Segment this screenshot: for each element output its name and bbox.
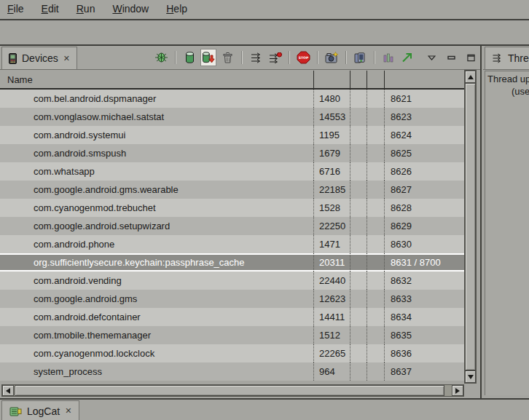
phone-icon [9,53,17,64]
client-name: org.sufficientlysecure.keychain:passphra… [0,253,313,272]
table-row[interactable]: com.bel.android.dspmanager14808621 [0,90,464,108]
scroll-up-button[interactable] [465,71,476,83]
client-port: 8635 [384,326,464,344]
dump-hprof-icon[interactable] [200,49,216,66]
client-port: 8630 [384,235,464,253]
debug-attach-icon[interactable] [153,49,169,66]
toolbar-separator [175,51,176,64]
table-row[interactable]: com.vonglasow.michael.satstat145538623 [0,108,464,126]
table-row[interactable]: com.google.android.gms126238633 [0,290,464,308]
column-header-blank-2[interactable] [367,71,384,88]
devices-toolbar: STOP [153,46,476,69]
client-cell-blank-1 [350,344,367,362]
client-pid: 1679 [313,144,350,162]
table-row[interactable]: com.tmobile.thememanager15128635 [0,326,464,344]
client-cell-blank-1 [350,308,367,326]
client-cell-blank-2 [367,362,384,381]
table-row[interactable]: com.cyanogenmod.lockclock222658636 [0,344,464,362]
table-row[interactable]: com.android.systemui11958624 [0,126,464,144]
client-name: com.google.android.gms [0,290,313,308]
toolbar-separator [289,51,289,64]
column-header-port[interactable] [384,71,464,88]
tab-devices-label: Devices [22,52,58,64]
table-row[interactable]: com.whatsapp67168626 [0,162,464,181]
client-pid: 1512 [313,326,350,344]
client-cell-blank-2 [367,326,384,344]
scroll-left-button[interactable] [2,385,14,396]
screen-capture-icon[interactable] [324,49,340,66]
method-profiling-bars-icon[interactable] [380,49,396,66]
client-cell-blank-1 [350,326,367,344]
table-row[interactable]: org.sufficientlysecure.keychain:passphra… [0,253,464,272]
view-menu-icon[interactable] [427,49,436,66]
table-row[interactable]: com.cyanogenmod.trebuchet15288628 [0,199,464,217]
client-pid: 1195 [313,126,350,144]
client-cell-blank-2 [367,90,384,108]
menu-run[interactable]: Run [77,3,95,15]
client-pid: 20311 [313,253,350,272]
vertical-scrollbar[interactable] [464,70,477,384]
device-screens-icon[interactable] [352,49,368,66]
client-port: 8624 [384,126,464,144]
column-header-pid[interactable] [313,71,350,88]
cause-gc-icon[interactable] [219,49,235,66]
client-name: com.vonglasow.michael.satstat [0,108,313,126]
profile-threads-icon[interactable] [267,49,283,66]
table-row[interactable]: com.android.defcontainer144118634 [0,308,464,326]
client-port: 8632 [384,272,464,290]
tab-devices[interactable]: Devices ✕ [1,47,77,69]
client-cell-blank-2 [367,181,384,199]
client-cell-blank-2 [367,217,384,235]
client-cell-blank-2 [367,108,384,126]
arrow-left-icon [6,388,10,394]
devices-panel: Devices ✕ [0,46,482,398]
client-name: com.google.android.setupwizard [0,217,313,235]
svg-text:STOP: STOP [298,56,308,60]
tab-logcat[interactable]: LogCat ✕ [1,400,79,420]
client-cell-blank-1 [350,272,367,290]
client-pid: 1480 [313,90,350,108]
client-name: com.android.systemui [0,126,313,144]
update-threads-icon[interactable] [248,49,264,66]
client-pid: 1471 [313,235,350,253]
scroll-right-button[interactable] [452,385,463,396]
close-icon[interactable]: ✕ [65,406,71,416]
logcat-icon [9,406,22,416]
scroll-down-button[interactable] [465,371,476,383]
table-row[interactable]: com.android.phone14718630 [0,235,464,253]
column-header-blank-1[interactable] [350,71,367,88]
update-heap-icon[interactable] [181,49,197,66]
menu-help[interactable]: Help [166,3,187,15]
client-pid: 22440 [313,272,350,290]
horizontal-scrollbar[interactable] [1,384,464,397]
client-cell-blank-2 [367,144,384,162]
client-port: 8626 [384,162,464,181]
horizontal-scrollbar-thumb[interactable] [15,385,444,396]
client-cell-blank-1 [350,235,367,253]
toolbar-separator [241,51,242,64]
table-row[interactable]: com.google.android.setupwizard222508629 [0,217,464,235]
table-row[interactable]: com.android.smspush16798625 [0,144,464,162]
menu-window[interactable]: Window [112,3,149,15]
column-header-name[interactable]: Name [0,71,313,88]
table-row[interactable]: com.google.android.gms.wearable221858627 [0,181,464,199]
table-row[interactable]: com.android.vending224408632 [0,272,464,290]
minimize-icon[interactable] [447,49,456,66]
main-area: Devices ✕ [0,46,529,398]
client-cell-blank-1 [350,199,367,217]
menu-edit[interactable]: Edit [42,3,59,15]
client-name: com.android.phone [0,235,313,253]
table-row[interactable]: system_process9648637 [0,362,464,381]
client-cell-blank-2 [367,272,384,290]
start-method-profiling-icon[interactable] [399,49,415,66]
client-cell-blank-1 [350,162,367,181]
tab-threads[interactable]: Threads [485,47,529,69]
close-icon[interactable]: ✕ [63,54,70,63]
client-cell-blank-1 [350,144,367,162]
menu-file[interactable]: File [7,3,24,15]
toolbar-separator [374,51,375,64]
stop-process-icon[interactable]: STOP [295,49,311,66]
client-name: system_process [0,362,313,381]
vertical-scrollbar-thumb[interactable] [465,83,476,371]
maximize-icon[interactable] [466,49,476,66]
